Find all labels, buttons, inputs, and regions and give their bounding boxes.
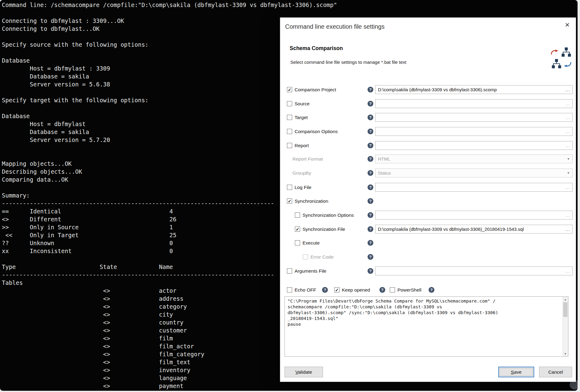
checkmark-icon: ✓	[335, 288, 339, 292]
error-code-label: Error Code	[310, 254, 334, 260]
row-source: Source ? ...	[287, 99, 573, 109]
section-title: Schema Comparison	[290, 45, 343, 52]
synchronization-file-input[interactable]: D:\comp\sakila (dbfmylast-3309 vs dbfmyl…	[375, 225, 573, 234]
chevron-down-icon: ▼	[564, 157, 572, 161]
execute-checkbox[interactable]	[295, 240, 300, 245]
dialog-title: Command line execution file settings	[285, 23, 385, 30]
arguments-file-checkbox[interactable]	[287, 268, 292, 274]
groupby-dropdown: Status ▼	[375, 169, 573, 177]
synchronization-options-label: Synchronization Options	[303, 212, 354, 218]
help-icon[interactable]: ?	[368, 87, 373, 93]
browse-button[interactable]: ...	[563, 87, 572, 92]
help-icon[interactable]: ?	[429, 287, 434, 293]
help-icon[interactable]: ?	[368, 240, 373, 246]
report-input[interactable]: ...	[375, 141, 573, 150]
synchronization-file-checkbox[interactable]: ✓	[295, 227, 300, 232]
blue-arrow-icon	[564, 62, 571, 67]
section-subtitle: Select command line file settings to man…	[290, 60, 406, 65]
scrollbar[interactable]: ▲ ▼	[563, 297, 568, 356]
browse-button[interactable]: ...	[563, 115, 572, 120]
row-target: Target ? ...	[287, 112, 573, 123]
row-groupby: GroupBy ? Status ▼	[287, 168, 573, 178]
source-checkbox[interactable]	[287, 101, 292, 106]
help-icon[interactable]: ?	[368, 226, 373, 232]
comparison-options-input[interactable]: ...	[375, 127, 573, 136]
groupby-label: GroupBy	[292, 170, 311, 176]
target-input[interactable]: ...	[375, 113, 573, 122]
help-icon[interactable]: ?	[368, 143, 373, 148]
synchronization-options-checkbox[interactable]	[295, 212, 300, 218]
help-icon[interactable]: ?	[368, 129, 373, 134]
help-icon[interactable]: ?	[368, 254, 373, 260]
sitemap-icon	[551, 59, 562, 69]
synchronization-options-input[interactable]: ...	[375, 211, 573, 220]
save-button-label: Save	[511, 369, 521, 375]
browse-button[interactable]: ...	[563, 185, 572, 190]
help-icon[interactable]: ?	[368, 268, 373, 274]
checkmark-icon: ✓	[288, 88, 292, 92]
help-icon[interactable]: ?	[368, 156, 373, 162]
echo-off-checkbox[interactable]	[287, 287, 292, 292]
help-icon[interactable]: ?	[368, 170, 373, 176]
row-arguments-file: Arguments File ? ...	[287, 266, 573, 276]
chevron-down-icon: ▼	[564, 171, 572, 175]
validate-button-label: Validate	[295, 369, 312, 375]
row-synchronization-file: ✓ Synchronization File ? D:\comp\sakila …	[287, 224, 573, 234]
powershell-label: PowerShell	[397, 287, 421, 293]
help-icon[interactable]: ?	[368, 184, 373, 190]
help-icon[interactable]: ?	[368, 212, 373, 218]
scrollbar-thumb[interactable]	[563, 302, 567, 317]
help-icon[interactable]: ?	[368, 114, 373, 120]
synchronization-file-value: D:\comp\sakila (dbfmylast-3309 vs dbfmyl…	[375, 227, 563, 232]
browse-button[interactable]: ...	[563, 268, 572, 274]
bat-file-text[interactable]: "C:\Program Files\Devart\dbForge Schema …	[285, 297, 563, 356]
help-icon[interactable]: ?	[368, 198, 373, 204]
help-icon[interactable]: ?	[379, 287, 385, 293]
synchronization-label: Synchronization	[295, 198, 328, 204]
arguments-file-input[interactable]: ...	[375, 267, 573, 275]
synchronization-file-label: Synchronization File	[303, 227, 345, 232]
log-file-checkbox[interactable]	[287, 185, 292, 190]
help-icon[interactable]: ?	[322, 287, 328, 293]
row-synchronization: ✓ Synchronization ?	[287, 196, 573, 206]
synchronization-checkbox[interactable]: ✓	[287, 198, 292, 204]
help-icon[interactable]: ?	[368, 101, 373, 107]
error-code-checkbox	[303, 254, 308, 260]
report-checkbox[interactable]	[287, 143, 292, 148]
browse-button[interactable]: ...	[563, 227, 572, 232]
row-comparison-options: Comparison Options ? ...	[287, 126, 573, 137]
browse-button[interactable]: ...	[563, 212, 572, 218]
save-button[interactable]: Save	[498, 367, 534, 377]
target-label: Target	[295, 115, 308, 120]
arguments-file-label: Arguments File	[295, 268, 326, 274]
log-file-input[interactable]: ...	[375, 183, 573, 192]
report-format-dropdown: HTML ▼	[375, 154, 573, 163]
comparison-project-input[interactable]: D:\comp\sakila (dbfmylast-3309 vs dbfmyl…	[375, 85, 573, 94]
browse-button[interactable]: ...	[563, 101, 572, 106]
comparison-options-checkbox[interactable]	[287, 129, 292, 134]
browse-button[interactable]: ...	[563, 129, 572, 134]
powershell-checkbox[interactable]	[390, 287, 395, 292]
comparison-options-label: Comparison Options	[295, 129, 338, 134]
keep-opened-checkbox[interactable]: ✓	[334, 287, 339, 292]
cancel-button[interactable]: Cancel	[539, 367, 572, 377]
scroll-up-icon[interactable]: ▲	[563, 297, 568, 302]
echo-off-label: Echo OFF	[295, 287, 316, 293]
command-line-settings-dialog: Command line execution file settings × S…	[280, 17, 576, 382]
report-label: Report	[295, 143, 309, 148]
schema-comparison-sync-icon	[551, 47, 573, 70]
row-synchronization-options: Synchronization Options ? ...	[287, 210, 573, 220]
validate-button[interactable]: Validate	[285, 367, 323, 377]
close-icon[interactable]: ×	[565, 21, 570, 29]
browse-button[interactable]: ...	[563, 143, 572, 148]
comparison-project-checkbox[interactable]: ✓	[287, 87, 292, 92]
target-checkbox[interactable]	[287, 115, 292, 120]
bat-file-preview[interactable]: "C:\Program Files\Devart\dbForge Schema …	[285, 296, 568, 357]
source-label: Source	[295, 101, 310, 107]
scroll-down-icon[interactable]: ▼	[563, 351, 568, 356]
report-format-label: Report Format	[292, 156, 323, 162]
comparison-project-value: D:\comp\sakila (dbfmylast-3309 vs dbfmyl…	[375, 87, 563, 92]
row-report: Report ? ...	[287, 140, 573, 151]
execute-label: Execute	[303, 240, 320, 246]
source-input[interactable]: ...	[375, 99, 573, 108]
